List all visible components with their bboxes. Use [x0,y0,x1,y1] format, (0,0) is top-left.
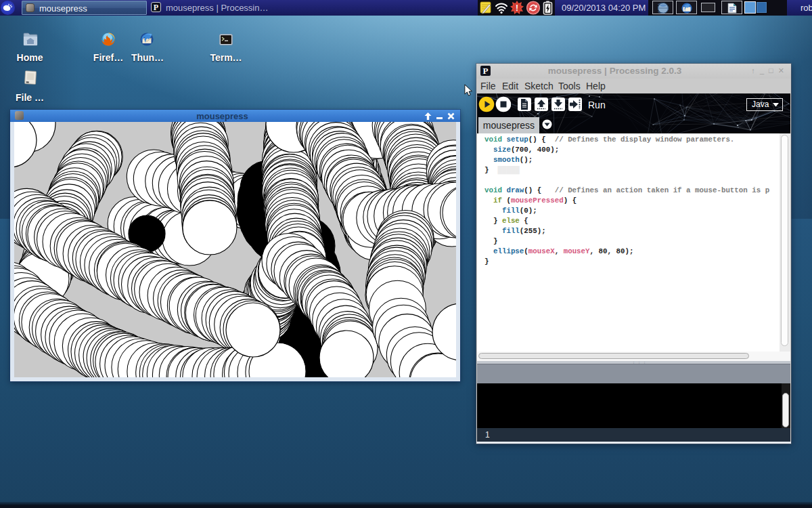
svg-text:!: ! [516,3,518,13]
